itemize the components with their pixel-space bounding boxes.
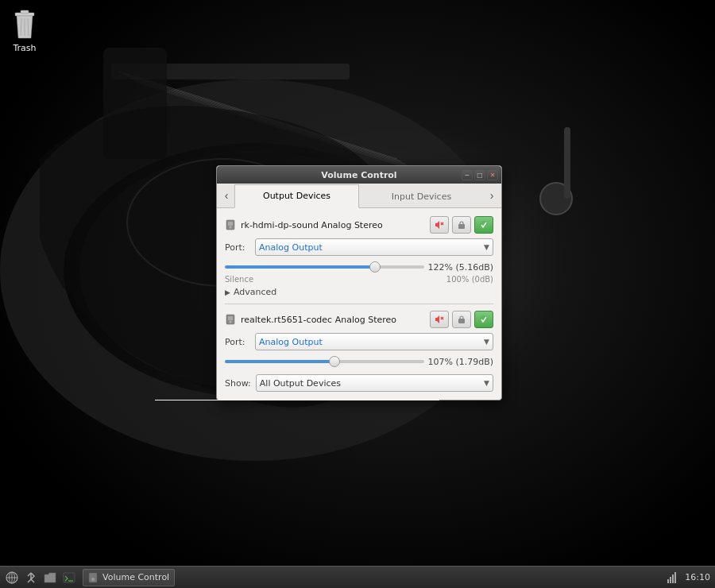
taskbar-left: Volume Control bbox=[0, 569, 178, 586]
show-row: Show: All Output Devices ▼ bbox=[225, 374, 493, 392]
volume-pct-2: 107% (1.79dB) bbox=[427, 357, 493, 367]
svg-point-21 bbox=[229, 226, 232, 229]
tabs-bar: ‹ Output Devices Input Devices › bbox=[217, 184, 501, 208]
taskbar-time: 16:10 bbox=[685, 572, 710, 582]
device-header-1: rk-hdmi-dp-sound Analog Stereo bbox=[225, 216, 493, 234]
separator bbox=[225, 304, 493, 304]
svg-rect-20 bbox=[228, 222, 233, 226]
device-card-2: realtek.rt5651-codec Analog Stereo bbox=[225, 311, 493, 368]
device-header-2: realtek.rt5651-codec Analog Stereo bbox=[225, 311, 493, 328]
silence-label: Silence bbox=[225, 275, 253, 284]
trash-icon[interactable]: Trash bbox=[9, 6, 41, 53]
taskbar-network-icon[interactable] bbox=[664, 569, 682, 586]
svg-rect-43 bbox=[667, 579, 669, 583]
device-name-2: realtek.rt5651-codec Analog Stereo bbox=[241, 315, 427, 325]
volume-slider-1[interactable] bbox=[225, 261, 424, 273]
taskbar-app-volume-control[interactable]: Volume Control bbox=[83, 569, 175, 586]
svg-rect-46 bbox=[674, 572, 676, 583]
tab-input-devices[interactable]: Input Devices bbox=[359, 184, 484, 208]
mute-button-2[interactable] bbox=[430, 311, 449, 328]
volume-pct-1: 122% (5.16dB) bbox=[427, 262, 493, 273]
100db-label: 100% (0dB) bbox=[446, 275, 493, 284]
svg-point-26 bbox=[480, 221, 488, 229]
window-titlebar: Volume Control ─ □ ✕ bbox=[217, 166, 501, 184]
default-button-2[interactable] bbox=[474, 311, 493, 328]
tab-prev-button[interactable]: ‹ bbox=[218, 184, 234, 207]
svg-point-42 bbox=[91, 578, 95, 581]
advanced-arrow-icon: ▶ bbox=[225, 288, 230, 296]
show-select[interactable]: All Output Devices ▼ bbox=[256, 374, 493, 392]
advanced-row[interactable]: ▶ Advanced bbox=[225, 287, 493, 297]
tab-output-devices[interactable]: Output Devices bbox=[234, 184, 359, 208]
port-select-arrow-1: ▼ bbox=[484, 243, 489, 251]
svg-rect-13 bbox=[564, 127, 570, 199]
tab-next-button[interactable]: › bbox=[484, 184, 500, 207]
speaker-icon-1 bbox=[225, 219, 238, 231]
svg-rect-15 bbox=[21, 10, 29, 14]
svg-marker-30 bbox=[435, 315, 439, 323]
close-button[interactable]: ✕ bbox=[487, 169, 498, 180]
svg-rect-25 bbox=[458, 224, 465, 229]
port-row-1: Port: Analog Output ▼ bbox=[225, 238, 493, 256]
default-button-1[interactable] bbox=[474, 216, 493, 234]
svg-rect-33 bbox=[458, 319, 465, 323]
port-select-arrow-2: ▼ bbox=[484, 338, 489, 346]
window-title: Volume Control bbox=[321, 170, 396, 180]
svg-rect-28 bbox=[228, 316, 233, 320]
port-row-2: Port: Analog Output ▼ bbox=[225, 333, 493, 350]
volume-row-2: 107% (1.79dB) bbox=[225, 355, 493, 368]
port-select-2[interactable]: Analog Output ▼ bbox=[255, 333, 493, 350]
volume-control-window: Volume Control ─ □ ✕ ‹ Output Devices In… bbox=[216, 165, 502, 400]
lock-button-1[interactable] bbox=[452, 216, 471, 234]
lock-button-2[interactable] bbox=[452, 311, 471, 328]
advanced-label: Advanced bbox=[234, 287, 276, 297]
slider-labels-1: Silence 100% (0dB) bbox=[225, 275, 493, 284]
show-select-arrow: ▼ bbox=[484, 379, 489, 387]
port-select-1[interactable]: Analog Output ▼ bbox=[255, 238, 493, 256]
port-label-2: Port: bbox=[225, 337, 250, 347]
port-label-1: Port: bbox=[225, 242, 250, 253]
taskbar-icon-folder[interactable] bbox=[41, 569, 59, 586]
device-name-1: rk-hdmi-dp-sound Analog Stereo bbox=[241, 220, 427, 230]
mute-button-1[interactable] bbox=[430, 216, 449, 234]
maximize-button[interactable]: □ bbox=[474, 169, 485, 180]
svg-point-34 bbox=[480, 315, 488, 323]
taskbar: Volume Control 16:10 bbox=[0, 566, 715, 588]
taskbar-right: 16:10 bbox=[659, 569, 715, 586]
window-content: rk-hdmi-dp-sound Analog Stereo bbox=[217, 208, 501, 400]
volume-row-1: 122% (5.16dB) bbox=[225, 261, 493, 273]
svg-point-29 bbox=[229, 320, 232, 323]
taskbar-icon-terminal[interactable] bbox=[60, 569, 78, 586]
desktop: Trash Volume Control ─ □ ✕ ‹ Output Devi… bbox=[0, 0, 715, 588]
taskbar-icon-bluetooth[interactable] bbox=[22, 569, 40, 586]
volume-slider-2[interactable] bbox=[225, 355, 424, 368]
svg-rect-45 bbox=[672, 574, 674, 583]
svg-marker-22 bbox=[435, 221, 439, 229]
show-label: Show: bbox=[225, 378, 251, 389]
taskbar-app-label: Volume Control bbox=[102, 572, 169, 582]
taskbar-icon-globe[interactable] bbox=[3, 569, 21, 586]
svg-rect-44 bbox=[670, 577, 671, 583]
device-card-1: rk-hdmi-dp-sound Analog Stereo bbox=[225, 216, 493, 297]
window-controls: ─ □ ✕ bbox=[462, 169, 498, 180]
minimize-button[interactable]: ─ bbox=[462, 169, 473, 180]
speaker-icon-2 bbox=[225, 313, 238, 326]
trash-label: Trash bbox=[13, 43, 36, 53]
